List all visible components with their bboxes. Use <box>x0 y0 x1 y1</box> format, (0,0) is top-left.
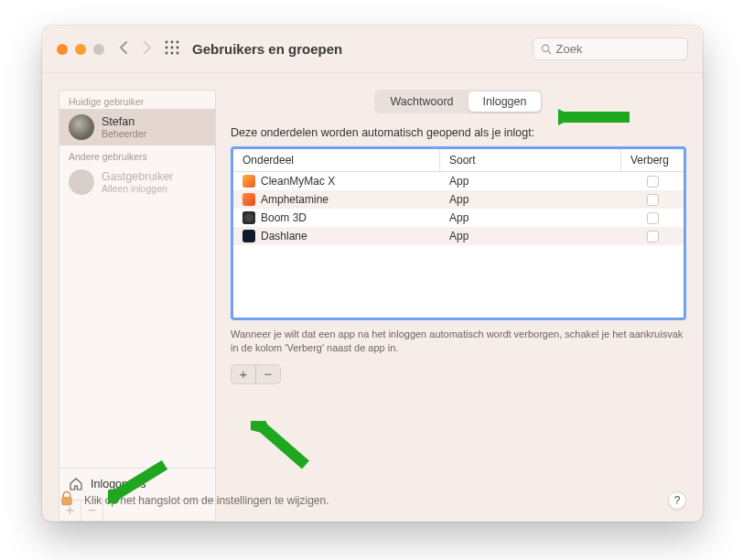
app-icon <box>242 175 255 188</box>
item-name: Dashlane <box>261 230 307 242</box>
item-kind: App <box>440 175 621 188</box>
zoom-window-button[interactable] <box>93 44 104 55</box>
table-header: Onderdeel Soort Verberg <box>233 149 684 172</box>
sidebar-user-guest[interactable]: Gastgebruiker Alleen inloggen <box>59 164 215 200</box>
table-row[interactable]: Boom 3DApp <box>233 209 684 227</box>
hide-hint-text: Wanneer je wilt dat een app na het inlog… <box>231 328 686 355</box>
hide-checkbox[interactable] <box>647 194 659 206</box>
app-icon <box>242 193 255 206</box>
app-icon <box>242 230 255 242</box>
svg-rect-11 <box>62 498 72 505</box>
user-name: Stefan <box>102 115 146 128</box>
nav-arrows <box>119 40 152 59</box>
main-pane: Wachtwoord Inloggen Deze onderdelen word… <box>231 90 686 522</box>
tab-password[interactable]: Wachtwoord <box>376 92 468 112</box>
traffic-lights <box>57 44 104 55</box>
user-role: Beheerder <box>102 128 146 139</box>
svg-point-4 <box>171 46 174 48</box>
help-button[interactable]: ? <box>668 491 686 510</box>
lock-text: Klik op het hangslot om de instellingen … <box>84 494 329 507</box>
item-name: CleanMyMac X <box>261 175 335 188</box>
lock-icon[interactable] <box>59 490 75 511</box>
col-item[interactable]: Onderdeel <box>233 149 440 171</box>
app-icon <box>242 211 255 224</box>
svg-line-10 <box>548 51 551 54</box>
svg-point-0 <box>166 40 168 43</box>
search-input[interactable] <box>556 42 680 56</box>
preferences-window: Gebruikers en groepen Huidige gebruiker … <box>42 26 703 522</box>
svg-point-3 <box>166 46 168 48</box>
users-sidebar: Huidige gebruiker Stefan Beheerder Ander… <box>59 90 216 522</box>
user-role: Alleen inloggen <box>102 183 174 194</box>
sidebar-user-current[interactable]: Stefan Beheerder <box>59 109 215 145</box>
svg-point-2 <box>177 40 179 43</box>
add-remove-control: + − <box>231 364 281 384</box>
window-body: Huidige gebruiker Stefan Beheerder Ander… <box>42 73 703 522</box>
add-item-button[interactable]: + <box>232 365 255 383</box>
avatar <box>69 169 94 195</box>
table-row[interactable]: AmphetamineApp <box>233 190 684 209</box>
forward-button[interactable] <box>142 40 152 59</box>
window-title: Gebruikers en groepen <box>192 41 342 57</box>
show-all-icon[interactable] <box>165 40 179 59</box>
svg-point-7 <box>171 51 174 54</box>
svg-point-6 <box>166 51 168 54</box>
svg-point-1 <box>171 40 174 43</box>
back-button[interactable] <box>119 40 129 59</box>
login-items-table[interactable]: Onderdeel Soort Verberg CleanMyMac XAppA… <box>231 146 686 320</box>
tab-login[interactable]: Inloggen <box>468 92 542 112</box>
login-items-description: Deze onderdelen worden automatisch geope… <box>231 126 686 139</box>
svg-point-8 <box>177 51 179 54</box>
titlebar: Gebruikers en groepen <box>42 26 703 73</box>
user-name: Gastgebruiker <box>102 170 174 183</box>
current-user-label: Huidige gebruiker <box>59 91 215 109</box>
remove-item-button[interactable]: − <box>256 365 280 383</box>
table-row[interactable]: DashlaneApp <box>233 227 684 245</box>
hide-checkbox[interactable] <box>647 176 659 188</box>
login-options-label: Inlogopties <box>91 478 145 490</box>
search-icon <box>541 43 552 55</box>
close-window-button[interactable] <box>57 44 68 55</box>
item-kind: App <box>440 193 621 206</box>
col-hide[interactable]: Verberg <box>621 149 684 171</box>
tabs-segmented: Wachtwoord Inloggen <box>231 90 686 113</box>
avatar <box>69 114 94 140</box>
item-name: Boom 3D <box>261 211 307 224</box>
search-field[interactable] <box>533 38 688 60</box>
col-kind[interactable]: Soort <box>440 149 621 171</box>
other-users-label: Andere gebruikers <box>59 145 215 164</box>
item-name: Amphetamine <box>261 193 328 206</box>
table-row[interactable]: CleanMyMac XApp <box>233 172 684 190</box>
svg-point-5 <box>177 46 179 48</box>
table-body: CleanMyMac XAppAmphetamineAppBoom 3DAppD… <box>233 172 684 318</box>
house-icon <box>69 477 83 491</box>
item-kind: App <box>440 230 621 242</box>
hide-checkbox[interactable] <box>647 231 659 242</box>
lock-bar: Klik op het hangslot om de instellingen … <box>59 490 686 511</box>
minimize-window-button[interactable] <box>75 44 86 55</box>
hide-checkbox[interactable] <box>647 212 659 224</box>
item-kind: App <box>440 211 621 224</box>
